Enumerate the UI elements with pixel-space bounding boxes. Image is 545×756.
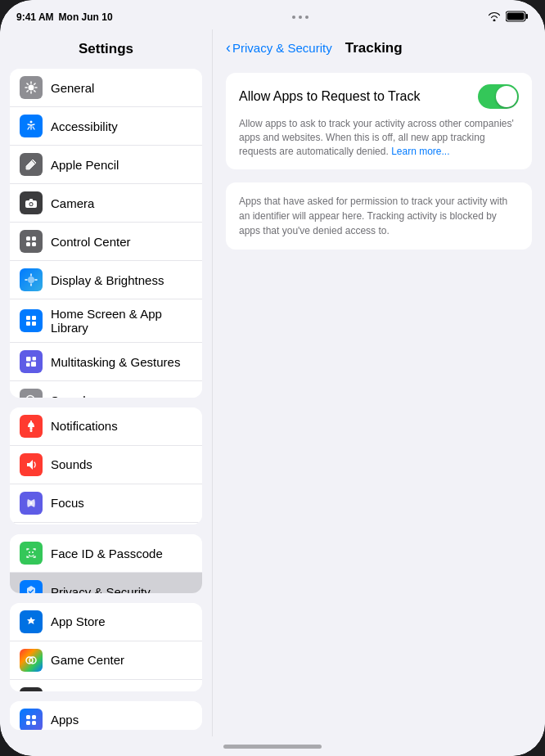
svg-rect-15 — [26, 322, 30, 326]
sidebar-item-multitasking[interactable]: Multitasking & Gestures — [10, 343, 202, 381]
content-area: ‹ Privacy & Security Tracking Allow Apps… — [213, 29, 545, 736]
svg-rect-14 — [32, 316, 36, 320]
allow-tracking-toggle[interactable] — [478, 84, 519, 109]
content-header: ‹ Privacy & Security Tracking — [213, 29, 545, 63]
svg-rect-24 — [30, 427, 33, 430]
svg-rect-20 — [31, 362, 36, 367]
sidebar-item-apps[interactable]: Apps — [10, 701, 202, 730]
multitasking-label: Multitasking & Gestures — [51, 355, 192, 369]
sidebar-item-face-id[interactable]: Face ID & Passcode — [10, 534, 202, 573]
status-bar: 9:41 AM Mon Jun 10 — [0, 0, 545, 29]
camera-label: Camera — [51, 196, 192, 210]
face-id-label: Face ID & Passcode — [51, 547, 192, 560]
sidebar-section-more: Apps — [10, 701, 202, 730]
main-layout: Settings General — [0, 29, 545, 736]
status-bar-left: 9:41 AM Mon Jun 10 — [16, 11, 113, 23]
focus-icon — [20, 492, 43, 515]
accessibility-label: Accessibility — [51, 119, 192, 133]
svg-point-12 — [28, 277, 34, 283]
wifi-icon — [488, 11, 501, 24]
svg-point-4 — [30, 121, 33, 124]
general-icon — [20, 76, 43, 99]
general-label: General — [51, 81, 192, 95]
display-label: Display & Brightness — [51, 273, 192, 287]
sidebar-section-general: General Accessibility — [10, 69, 202, 398]
home-indicator — [0, 736, 545, 756]
focus-label: Focus — [51, 496, 192, 510]
svg-rect-1 — [526, 14, 529, 19]
sidebar: Settings General — [0, 29, 213, 736]
svg-rect-38 — [32, 721, 36, 725]
sidebar-item-sounds[interactable]: Sounds — [10, 446, 202, 484]
apps-icon — [20, 709, 43, 730]
face-id-icon — [20, 542, 43, 565]
battery-percent — [506, 11, 529, 25]
control-center-icon — [20, 230, 43, 253]
camera-icon — [20, 191, 43, 214]
date: Mon Jun 10 — [59, 11, 113, 23]
description-text: Allow apps to ask to track your activity… — [239, 118, 514, 157]
svg-point-29 — [29, 551, 30, 553]
svg-point-7 — [30, 203, 33, 205]
app-store-icon — [20, 610, 43, 633]
sidebar-item-app-store[interactable]: App Store — [10, 603, 202, 641]
sidebar-item-home-screen[interactable]: Home Screen & App Library — [10, 299, 202, 343]
svg-point-25 — [30, 430, 33, 432]
sidebar-item-control-center[interactable]: Control Center — [10, 223, 202, 261]
info-card: Apps that have asked for permission to t… — [226, 182, 532, 250]
sidebar-item-general[interactable]: General — [10, 69, 202, 107]
home-screen-icon — [20, 309, 43, 332]
apple-pencil-label: Apple Pencil — [51, 158, 192, 172]
sidebar-item-notifications[interactable]: Notifications — [10, 407, 202, 446]
search-label: Search — [51, 394, 192, 398]
sidebar-item-accessibility[interactable]: Accessibility — [10, 107, 202, 146]
wallet-icon — [20, 687, 43, 691]
search-icon — [20, 389, 43, 398]
back-chevron-icon: ‹ — [226, 39, 231, 56]
svg-point-27 — [30, 502, 33, 504]
svg-rect-37 — [26, 721, 30, 725]
game-center-icon — [20, 649, 43, 672]
svg-rect-19 — [26, 363, 30, 367]
svg-point-3 — [29, 85, 34, 91]
sidebar-section-security: Face ID & Passcode Privacy & Security — [10, 534, 202, 593]
info-text: Apps that have asked for permission to t… — [239, 194, 519, 238]
accessibility-icon — [20, 115, 43, 137]
sounds-label: Sounds — [51, 457, 192, 471]
sidebar-item-focus[interactable]: Focus — [10, 484, 202, 523]
sidebar-item-apple-pencil[interactable]: Apple Pencil — [10, 146, 202, 184]
svg-rect-2 — [507, 12, 525, 20]
time: 9:41 AM — [16, 11, 54, 23]
learn-more-link[interactable]: Learn more... — [391, 146, 449, 157]
notifications-label: Notifications — [51, 419, 192, 433]
svg-point-30 — [32, 551, 34, 553]
back-label[interactable]: Privacy & Security — [232, 41, 332, 55]
sidebar-title: Settings — [0, 29, 212, 65]
svg-rect-36 — [32, 715, 36, 719]
multitasking-icon — [20, 350, 43, 373]
home-screen-label: Home Screen & App Library — [51, 307, 192, 335]
status-bar-right — [488, 11, 529, 25]
sidebar-item-search[interactable]: Search — [10, 381, 202, 398]
home-bar — [223, 745, 322, 749]
svg-rect-11 — [32, 242, 36, 246]
back-button[interactable]: ‹ Privacy & Security — [226, 39, 332, 56]
sidebar-item-game-center[interactable]: Game Center — [10, 641, 202, 680]
apple-pencil-icon — [20, 153, 43, 176]
dot1 — [292, 16, 295, 19]
sidebar-item-wallet[interactable]: Wallet & Apple Pay — [10, 680, 202, 691]
sidebar-item-screen-time[interactable]: Screen Time — [10, 523, 202, 525]
sidebar-item-camera[interactable]: Camera — [10, 184, 202, 223]
sidebar-item-display[interactable]: Display & Brightness — [10, 261, 202, 299]
sidebar-item-privacy-security[interactable]: Privacy & Security — [10, 573, 202, 593]
svg-rect-17 — [26, 357, 31, 362]
device-frame: 9:41 AM Mon Jun 10 — [0, 0, 545, 756]
svg-rect-35 — [26, 715, 30, 719]
sidebar-section-apps: App Store Game Center — [10, 603, 202, 691]
sidebar-section-notifications: Notifications Sounds — [10, 407, 202, 525]
toggle-label: Allow Apps to Request to Track — [239, 89, 420, 104]
app-store-label: App Store — [51, 614, 192, 628]
svg-rect-8 — [26, 236, 30, 241]
privacy-security-icon — [20, 580, 43, 593]
display-icon — [20, 268, 43, 291]
